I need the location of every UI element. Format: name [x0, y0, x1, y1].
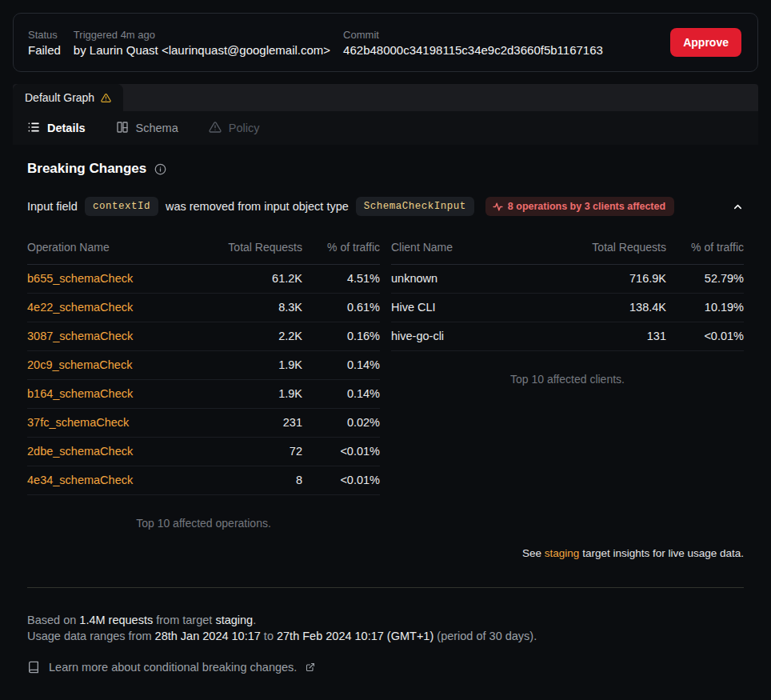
line2-pre: Usage data ranges from — [27, 630, 152, 642]
operations-table-header-row: Operation Name Total Requests % of traff… — [27, 239, 380, 265]
subnav-item-schema[interactable]: Schema — [116, 121, 178, 136]
breaking-changes-header: Breaking Changes — [27, 161, 744, 177]
approve-button[interactable]: Approve — [670, 28, 741, 57]
usage-summary-line1: Based on 1.4M requests from target stagi… — [27, 612, 744, 628]
line1-end: . — [253, 614, 256, 626]
triggered-label: Triggered 4m ago — [74, 29, 330, 41]
triggered-author: by Laurin Quast <laurinquast@googlemail.… — [74, 43, 330, 57]
table-row: Hive CLI138.4K10.19% — [391, 294, 744, 322]
operations-table: Operation Name Total Requests % of traff… — [27, 239, 380, 495]
clients-table-header-row: Client Name Total Requests % of traffic — [391, 239, 744, 265]
book-icon — [27, 661, 40, 674]
operation-name-link[interactable]: 37fc_schemaCheck — [27, 409, 210, 438]
details-content: Breaking Changes Input field contextId w… — [13, 161, 758, 674]
subnav-item-policy[interactable]: Policy — [209, 121, 260, 136]
operation-name-link[interactable]: 4e22_schemaCheck — [27, 294, 210, 322]
col-traffic-percent: % of traffic — [302, 239, 380, 265]
breaking-change-row[interactable]: Input field contextId was removed from i… — [27, 197, 744, 216]
operations-column: Operation Name Total Requests % of traff… — [27, 239, 380, 530]
status-block: Status Failed — [28, 29, 61, 57]
total-requests-cell: 131 — [574, 322, 666, 351]
col-client-name: Client Name — [391, 239, 574, 265]
table-row: 20c9_schemaCheck1.9K0.14% — [27, 351, 380, 380]
graph-tab-strip: Default Graph — [13, 84, 758, 111]
table-row: 2dbe_schemaCheck72<0.01% — [27, 438, 380, 466]
insights-note: See staging target insights for live usa… — [27, 547, 744, 559]
change-text-middle: was removed from input object type — [166, 200, 349, 213]
traffic-percent-cell: <0.01% — [302, 438, 380, 466]
change-text-prefix: Input field — [27, 200, 78, 213]
usage-summary: Based on 1.4M requests from target stagi… — [27, 612, 744, 644]
traffic-percent-cell: <0.01% — [302, 466, 380, 495]
operation-name-link[interactable]: 20c9_schemaCheck — [27, 351, 210, 380]
clients-table: Client Name Total Requests % of traffic … — [391, 239, 744, 351]
status-value: Failed — [28, 43, 61, 57]
subnav-item-details[interactable]: Details — [27, 121, 86, 136]
chevron-up-icon[interactable] — [732, 201, 744, 213]
total-requests-cell: 138.4K — [574, 294, 666, 322]
name-cell: Hive CLI — [391, 294, 574, 322]
line2-date-end: 27th Feb 2024 10:17 (GMT+1) — [277, 630, 433, 642]
name-cell: unknown — [391, 265, 574, 294]
total-requests-cell: 61.2K — [210, 265, 302, 294]
triggered-block: Triggered 4m ago by Laurin Quast <laurin… — [74, 29, 330, 57]
commit-block: Commit 462b48000c34198115c34e9c2d3660f5b… — [343, 29, 603, 57]
line1-requests: 1.4M requests — [79, 614, 153, 626]
check-header-card: Status Failed Triggered 4m ago by Laurin… — [13, 13, 758, 72]
traffic-percent-cell: 4.51% — [302, 265, 380, 294]
operation-name-link[interactable]: 4e34_schemaCheck — [27, 466, 210, 495]
external-link-icon — [306, 662, 315, 672]
insights-note-prefix: See — [522, 547, 541, 559]
traffic-percent-cell: <0.01% — [666, 322, 744, 351]
table-row: hive-go-cli131<0.01% — [391, 322, 744, 351]
operation-name-link[interactable]: 2dbe_schemaCheck — [27, 438, 210, 466]
clients-table-caption: Top 10 affected clients. — [391, 373, 744, 386]
clients-column: Client Name Total Requests % of traffic … — [391, 239, 744, 530]
table-row: b164_schemaCheck1.9K0.14% — [27, 380, 380, 409]
operations-table-caption: Top 10 affected operations. — [27, 517, 380, 530]
subnav-details-label: Details — [47, 122, 86, 134]
page: Status Failed Triggered 4m ago by Laurin… — [0, 0, 771, 674]
table-row: 4e22_schemaCheck8.3K0.61% — [27, 294, 380, 322]
table-row: 4e34_schemaCheck8<0.01% — [27, 466, 380, 495]
operation-name-link[interactable]: 3087_schemaCheck — [27, 322, 210, 351]
alert-triangle-icon — [209, 121, 222, 136]
traffic-percent-cell: 0.02% — [302, 409, 380, 438]
traffic-percent-cell: 0.14% — [302, 351, 380, 380]
total-requests-cell: 716.9K — [574, 265, 666, 294]
schema-columns-icon — [116, 121, 129, 136]
total-requests-cell: 8.3K — [210, 294, 302, 322]
operation-name-link[interactable]: b655_schemaCheck — [27, 265, 210, 294]
affected-badge-label: 8 operations by 3 clients affected — [508, 201, 665, 212]
staging-target-link[interactable]: staging — [545, 547, 580, 559]
commit-hash: 462b48000c34198115c34e9c2d3660f5b1167163 — [343, 43, 603, 57]
commit-label: Commit — [343, 29, 603, 41]
name-cell: hive-go-cli — [391, 322, 574, 351]
total-requests-cell: 1.9K — [210, 351, 302, 380]
operation-name-link[interactable]: b164_schemaCheck — [27, 380, 210, 409]
activity-pulse-icon — [493, 202, 503, 212]
info-icon[interactable] — [154, 163, 166, 175]
col-total-requests: Total Requests — [210, 239, 302, 265]
insights-note-suffix: target insights for live usage data. — [582, 547, 744, 559]
total-requests-cell: 1.9K — [210, 380, 302, 409]
check-subnav: Details Schema Policy — [13, 111, 758, 145]
line2-end: (period of 30 days). — [437, 630, 537, 642]
line2-mid: to — [264, 630, 274, 642]
line1-pre: Based on — [27, 614, 76, 626]
traffic-percent-cell: 0.14% — [302, 380, 380, 409]
field-code-chip: contextId — [85, 197, 158, 216]
tab-default-graph[interactable]: Default Graph — [13, 84, 123, 111]
total-requests-cell: 231 — [210, 409, 302, 438]
learn-more-link[interactable]: Learn more about conditional breaking ch… — [27, 661, 315, 674]
type-code-chip: SchemaCheckInput — [356, 197, 474, 216]
affected-operations-badge: 8 operations by 3 clients affected — [485, 197, 674, 216]
subnav-schema-label: Schema — [136, 122, 178, 134]
col-operation-name: Operation Name — [27, 239, 210, 265]
line1-mid: from target — [156, 614, 212, 626]
warning-triangle-icon — [101, 93, 111, 103]
table-row: unknown716.9K52.79% — [391, 265, 744, 294]
breaking-changes-title: Breaking Changes — [27, 161, 146, 177]
tab-default-graph-label: Default Graph — [25, 91, 94, 104]
line2-date-start: 28th Jan 2024 10:17 — [155, 630, 261, 642]
